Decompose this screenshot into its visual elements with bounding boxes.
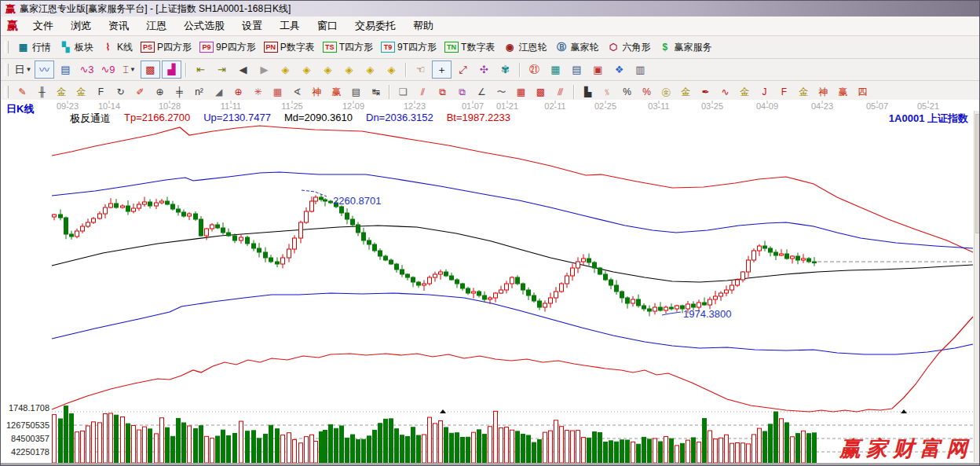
kline-chart-svg[interactable]: 09-2310-1410-2811-1111-2512-0912-2301-07… <box>1 100 980 466</box>
gann-fan-tool[interactable]: ⫽ <box>414 83 432 101</box>
p-number-button[interactable]: PNP数字表 <box>260 39 319 56</box>
zoom-in-y-button[interactable]: ◈ <box>339 61 359 79</box>
expand-view-button[interactable]: ◈ <box>382 61 401 79</box>
nav-next-button[interactable]: ▶ <box>254 61 274 79</box>
notes-button[interactable]: ▤ <box>567 61 587 79</box>
gold-angle-tool[interactable]: 金 <box>795 83 813 101</box>
9t-square-button[interactable]: T99T四方形 <box>377 39 441 56</box>
title-bar[interactable]: 赢 赢家江恩专业版[赢家服务平台] - [上证指数 SH1A0001-168日K… <box>1 1 979 17</box>
f-angle-tool[interactable]: F <box>775 83 793 101</box>
parallel-line-tool[interactable]: ⫻ <box>551 83 569 101</box>
shen-angle-tool[interactable]: 神 <box>814 83 832 101</box>
protractor-tool[interactable]: ◢ <box>210 83 228 101</box>
t-number-button[interactable]: TNT数字表 <box>441 39 499 56</box>
price-grid-dense-tool[interactable]: ▩ <box>532 83 550 101</box>
menu-trade-entrust[interactable]: 交易委托 <box>346 18 404 33</box>
star-grid-tool[interactable]: ✳ <box>249 83 267 101</box>
nav-prev-button[interactable]: ◀ <box>233 61 253 79</box>
pattern-overlay-button[interactable]: ▩ <box>141 61 160 79</box>
gold-circle-tool[interactable]: ㊎ <box>657 83 675 101</box>
grid-ticks-tool[interactable]: ╫ <box>33 83 51 101</box>
pen-flag-tool[interactable]: ✒ <box>697 83 715 101</box>
menu-news[interactable]: 资讯 <box>100 18 137 33</box>
winner-wheel-button[interactable]: Ⓑ赢家轮 <box>550 39 602 56</box>
si-angle-tool[interactable]: 四 <box>854 83 872 101</box>
p-square-button[interactable]: PSP四方形 <box>137 39 196 56</box>
wave-band-tool[interactable]: ∿ <box>716 83 734 101</box>
compress-view-button[interactable]: ◈ <box>360 61 380 79</box>
gold-band-tool[interactable]: 金 <box>736 83 754 101</box>
candle-style-selector[interactable]: ⌶▼ <box>119 61 139 79</box>
menu-settings[interactable]: 设置 <box>233 18 271 33</box>
save-button[interactable]: ▣ <box>588 61 608 79</box>
wave-9-button[interactable]: ∿9 <box>98 61 118 79</box>
calendar-button[interactable]: ㉑ <box>525 61 544 79</box>
fractal-tool-button[interactable]: ✾ <box>495 61 515 79</box>
n-square-tool[interactable]: n² <box>190 83 208 101</box>
chart-area[interactable]: 09-2310-1410-2811-1111-2512-0912-2301-07… <box>1 100 980 466</box>
crosshair-tool-button[interactable]: ＋ <box>432 61 452 79</box>
matrix-grid-tool[interactable]: ▦ <box>269 83 287 101</box>
volume-panel-button[interactable]: ▟ <box>162 61 181 79</box>
scrollbar-thumb[interactable] <box>975 114 980 233</box>
info-panel-button[interactable]: ▤ <box>56 61 75 79</box>
remote-pc-button[interactable]: ▥ <box>631 61 650 79</box>
chart-view-toggle[interactable]: 〰 <box>35 61 54 79</box>
trend-angle-tool[interactable]: ∠ <box>473 83 491 101</box>
calculator-button[interactable]: ▦ <box>546 61 565 79</box>
measure-tool-button[interactable]: ⤢ <box>453 61 473 79</box>
menu-browse[interactable]: 浏览 <box>62 18 100 33</box>
scale-ruler-tool[interactable]: ▤ <box>347 83 365 101</box>
ying-angle-tool[interactable]: 赢 <box>834 83 852 101</box>
shen-grid-tool[interactable]: 神 <box>308 83 326 101</box>
angle-ruler-tool[interactable]: ∢ <box>288 83 306 101</box>
gold-line-tool[interactable]: 金 <box>677 83 695 101</box>
kline-button[interactable]: ⌇K线 <box>97 39 137 56</box>
j-angle-tool[interactable]: J <box>755 83 773 101</box>
zoom-out-y-button[interactable]: ◈ <box>318 61 338 79</box>
gold-grid-tool-2[interactable]: 金 <box>72 83 90 101</box>
nav-last-button[interactable]: ⇥ <box>212 61 232 79</box>
fan-box-purple-tool[interactable]: ⧉ <box>453 83 471 101</box>
menu-file[interactable]: 文件 <box>24 18 62 33</box>
wave-3-button[interactable]: ∿3 <box>77 61 97 79</box>
percent-line-tool[interactable]: % <box>638 83 656 101</box>
gold-grid-tool-1[interactable]: 金 <box>53 83 71 101</box>
span-arrow-tool[interactable]: ↹ <box>367 83 385 101</box>
percent-wave-tool[interactable]: ﹪ <box>598 83 616 101</box>
gann-shape-button[interactable]: ✣ <box>474 61 494 79</box>
web-sync-button[interactable]: ❖ <box>609 61 629 79</box>
period-selector[interactable]: 日▼ <box>13 61 33 79</box>
zigzag-tool[interactable]: 〜 <box>492 83 510 101</box>
pen-tool[interactable]: ✎ <box>13 83 31 101</box>
percent-tool[interactable]: % <box>618 83 636 101</box>
quotes-button[interactable]: ▦行情 <box>13 39 55 56</box>
winner-service-button[interactable]: $赢家服务 <box>654 39 715 56</box>
9p-square-button[interactable]: P99P四方形 <box>196 39 260 56</box>
target-tool[interactable]: ⊕ <box>229 83 247 101</box>
menu-tools[interactable]: 工具 <box>271 18 309 33</box>
box-select-tool[interactable]: ❏ <box>394 83 412 101</box>
fan-box-tool[interactable]: ⧉ <box>433 83 452 101</box>
hand-tool-button[interactable]: ☜ <box>411 61 430 79</box>
zoom-out-x-button[interactable]: ◈ <box>276 61 295 79</box>
menu-window[interactable]: 窗口 <box>309 18 346 33</box>
vertical-scrollbar[interactable] <box>974 111 980 462</box>
menu-gann[interactable]: 江恩 <box>137 18 175 33</box>
nav-first-button[interactable]: ⇤ <box>191 61 210 79</box>
cycle-circle-tool[interactable]: ⊕ <box>151 83 169 101</box>
price-grid-tool[interactable]: ▦ <box>512 83 530 101</box>
stats-bar-tool[interactable]: ▙ <box>579 83 597 101</box>
spiral-tool[interactable]: ↻ <box>112 83 130 101</box>
hexagon-button[interactable]: ⬡六角形 <box>602 39 654 56</box>
gann-wheel-button[interactable]: ◉江恩轮 <box>499 39 550 56</box>
zoom-in-x-button[interactable]: ◈ <box>297 61 316 79</box>
pen-measure-tool[interactable]: ✐ <box>131 83 149 101</box>
t-square-button[interactable]: TST四方形 <box>319 39 377 56</box>
sectors-button[interactable]: ▚板块 <box>55 39 97 56</box>
fib-grid-tool[interactable]: F <box>92 83 110 101</box>
menu-formula-stock-pick[interactable]: 公式选股 <box>175 18 233 33</box>
tick-ruler-tool[interactable]: ╪ <box>170 83 188 101</box>
ying-grid-tool[interactable]: 赢 <box>327 83 346 101</box>
menu-help[interactable]: 帮助 <box>404 18 442 33</box>
